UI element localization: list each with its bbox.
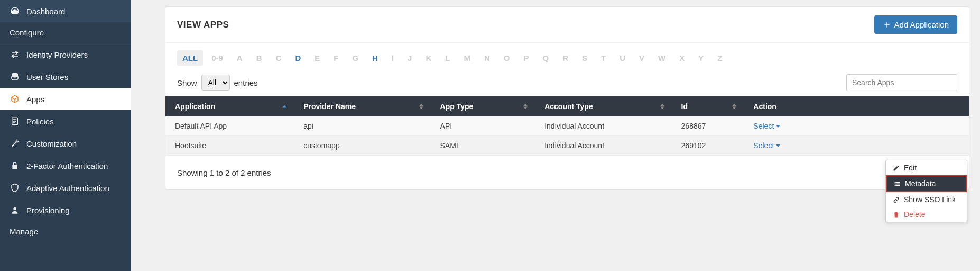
th-provider[interactable]: Provider Name (294, 96, 430, 116)
sidebar-item-label: Dashboard (26, 7, 65, 16)
filter-letter-h[interactable]: H (367, 50, 383, 66)
link-icon (892, 196, 900, 203)
filter-letter-c[interactable]: C (271, 50, 287, 66)
sidebar-item-policies[interactable]: Policies (0, 110, 131, 132)
sort-up-icon (523, 104, 528, 106)
dropdown-show-sso[interactable]: Show SSO Link (886, 192, 967, 207)
filter-letter-u[interactable]: U (614, 50, 631, 66)
dropdown-edit[interactable]: Edit (886, 160, 967, 175)
filter-letter-b[interactable]: B (251, 50, 267, 66)
filter-letter-l[interactable]: L (440, 50, 455, 66)
th-application[interactable]: Application (165, 96, 294, 116)
filter-letter-f[interactable]: F (328, 50, 344, 66)
dropdown-delete[interactable]: Delete (886, 207, 967, 222)
th-id[interactable]: Id (672, 96, 744, 116)
cell-action: Select (744, 116, 969, 136)
filter-letter-a[interactable]: A (232, 50, 248, 66)
sidebar-item-label: Customization (26, 139, 77, 148)
filter-letter-g[interactable]: G (347, 50, 364, 66)
filter-letter-r[interactable]: R (557, 50, 574, 66)
sidebar-item-provisioning[interactable]: Provisioning (0, 199, 131, 221)
edit-icon (892, 164, 900, 171)
caret-down-icon (776, 144, 780, 147)
sort-asc-icon (282, 105, 286, 108)
sidebar-item-apps[interactable]: Apps (0, 88, 131, 110)
filter-letter-m[interactable]: M (458, 50, 476, 66)
svg-rect-7 (896, 182, 900, 183)
filter-letter-t[interactable]: T (596, 50, 611, 66)
document-icon (10, 116, 20, 127)
sidebar-item-user-stores[interactable]: User Stores (0, 66, 131, 88)
filter-letter-n[interactable]: N (479, 50, 495, 66)
apps-table: Application Provider Name App Type Accou… (165, 96, 969, 156)
sidebar-item-label: Apps (26, 95, 44, 104)
filter-letter-o[interactable]: O (498, 50, 515, 66)
dropdown-label: Edit (904, 164, 917, 172)
sort-down-icon (419, 107, 423, 110)
panel-header: VIEW APPS Add Application (165, 7, 969, 43)
filter-letter-s[interactable]: S (577, 50, 593, 66)
sidebar-item-dashboard[interactable]: Dashboard (0, 0, 131, 22)
sidebar-item-label: Provisioning (26, 206, 70, 215)
filter-letter-all[interactable]: ALL (177, 50, 203, 66)
sidebar-item-label: User Stores (26, 73, 68, 82)
svg-rect-9 (896, 183, 900, 184)
filter-letter-i[interactable]: I (386, 50, 399, 66)
filter-letter-y[interactable]: Y (693, 50, 709, 66)
sidebar-item-customization[interactable]: Customization (0, 132, 131, 155)
cell-id: 268867 (672, 116, 744, 136)
sidebar-item-identity-providers[interactable]: Identity Providers (0, 43, 131, 66)
entries-info: Showing 1 to 2 of 2 entries (177, 168, 271, 177)
th-action: Action (744, 96, 969, 116)
filter-letter-j[interactable]: J (402, 50, 417, 66)
table-controls: Show All entries (165, 69, 969, 96)
table-row: Default API AppapiAPIIndividual Account2… (165, 116, 969, 136)
sort-down-icon (523, 107, 528, 110)
select-dropdown[interactable]: Select (753, 122, 780, 130)
view-apps-panel: VIEW APPS Add Application ALL0-9ABCDEFGH… (165, 6, 969, 190)
th-apptype[interactable]: App Type (431, 96, 535, 116)
filter-letter-x[interactable]: X (674, 50, 690, 66)
filter-letter-q[interactable]: Q (538, 50, 554, 66)
dropdown-label: Show SSO Link (904, 195, 956, 204)
dropdown-label: Delete (904, 210, 925, 219)
filter-letter-k[interactable]: K (420, 50, 437, 66)
search-input[interactable] (846, 74, 957, 91)
cell-apptype: SAML (431, 136, 535, 156)
cell-id: 269102 (672, 136, 744, 156)
filter-letter-0-9[interactable]: 0-9 (206, 50, 228, 66)
sidebar-item-label: Adaptive Authentication (26, 184, 109, 193)
shield-icon (10, 183, 20, 193)
sidebar-section-manage: Manage (0, 221, 131, 242)
wrench-icon (10, 138, 20, 149)
trash-icon (892, 211, 900, 218)
sidebar-item-label: Policies (26, 117, 54, 126)
filter-letter-w[interactable]: W (653, 50, 671, 66)
filter-letter-z[interactable]: Z (712, 50, 727, 66)
dashboard-icon (10, 6, 20, 16)
alphabet-filter: ALL0-9ABCDEFGHIJKLMNOPQRSTUVWXYZ (165, 43, 969, 69)
sidebar-item-adaptive-auth[interactable]: Adaptive Authentication (0, 177, 131, 199)
filter-letter-e[interactable]: E (309, 50, 325, 66)
sidebar-item-label: Identity Providers (26, 50, 88, 59)
add-application-button[interactable]: Add Application (874, 15, 957, 34)
sidebar-item-2fa[interactable]: 2-Factor Authentication (0, 155, 131, 177)
exchange-icon (10, 49, 20, 60)
filter-letter-v[interactable]: V (634, 50, 650, 66)
svg-point-5 (13, 207, 16, 210)
entries-select[interactable]: All (201, 75, 230, 91)
cell-application: Default API App (165, 116, 294, 136)
show-entries: Show All entries (177, 75, 258, 91)
cell-provider: customapp (294, 136, 430, 156)
cell-apptype: API (431, 116, 535, 136)
dropdown-metadata[interactable]: Metadata (886, 175, 967, 192)
filter-letter-d[interactable]: D (290, 50, 306, 66)
svg-rect-8 (894, 183, 895, 184)
main-content: VIEW APPS Add Application ALL0-9ABCDEFGH… (131, 0, 980, 271)
filter-letter-p[interactable]: P (518, 50, 534, 66)
show-label: Show (177, 78, 197, 87)
select-dropdown[interactable]: Select (753, 141, 780, 150)
cell-application: Hootsuite (165, 136, 294, 156)
th-accounttype[interactable]: Account Type (535, 96, 671, 116)
add-application-label: Add Application (894, 20, 949, 29)
